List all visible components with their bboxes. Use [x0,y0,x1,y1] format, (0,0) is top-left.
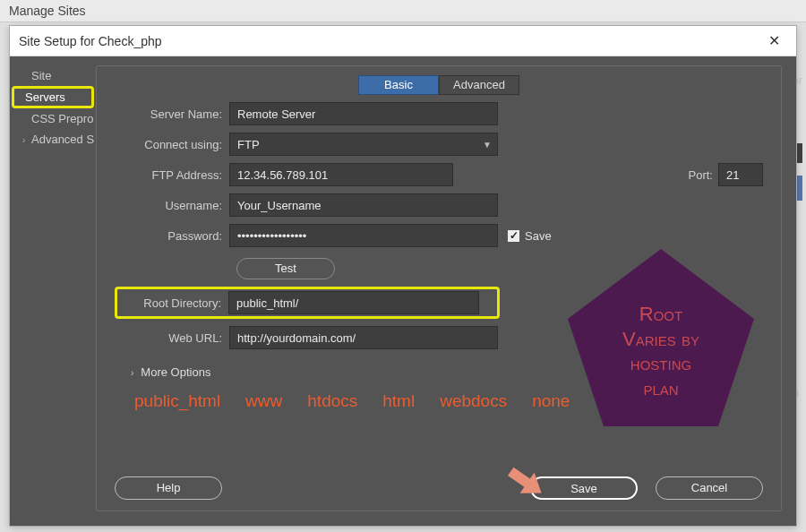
sidebar-item-css-prepro[interactable]: CSS Prepro [10,108,96,129]
modal-body: Site Servers CSS Prepro ›Advanced S Basi… [10,56,796,526]
connect-using-value: FTP [237,138,260,151]
server-name-label: Server Name: [115,107,229,121]
chevron-right-icon: › [131,368,133,378]
username-input[interactable] [229,193,498,217]
root-directory-input[interactable] [228,291,479,314]
connect-using-select[interactable]: FTP ▼ [229,133,498,156]
example-item: html [382,391,415,411]
sidebar-item-advanced[interactable]: ›Advanced S [10,129,96,150]
server-name-input[interactable] [229,102,498,125]
username-label: Username: [115,199,229,212]
chevron-down-icon: ▼ [483,140,492,150]
outer-window-title: Manage Sites [0,0,806,22]
password-input[interactable] [229,224,498,247]
example-item: webdocs [440,391,507,411]
tab-bar: BasicAdvanced [115,75,763,95]
example-item: public_html [134,391,220,411]
pentagon-text: Root Varies by hosting plan [562,244,759,432]
sidebar-item-servers[interactable]: Servers [12,86,94,108]
root-directory-label: Root Directory: [121,296,228,310]
modal-header: Site Setup for Check_php ✕ [10,26,796,56]
save-checkbox-label: Save [525,229,552,243]
web-url-input[interactable] [229,326,498,349]
save-password-checkbox[interactable]: ✓ Save [507,229,552,243]
arrow-annotation-icon [488,445,558,515]
password-label: Password: [115,229,229,243]
cancel-button[interactable]: Cancel [656,476,763,500]
modal-title: Site Setup for Check_php [19,34,162,48]
sidebar: Site Servers CSS Prepro ›Advanced S [10,56,96,526]
web-url-label: Web URL: [115,331,229,345]
site-setup-modal: Site Setup for Check_php ✕ Site Servers … [9,25,797,527]
connect-using-label: Connect using: [115,138,229,151]
example-item: htdocs [307,391,357,411]
dialog-button-bar: Help Save Cancel [115,476,763,500]
root-directory-highlight: Root Directory: [115,287,500,319]
close-icon[interactable]: ✕ [761,32,787,49]
port-label: Port: [689,168,713,182]
port-input[interactable] [718,163,763,186]
ftp-address-input[interactable] [229,163,453,186]
server-panel: BasicAdvanced Server Name: Connect using… [96,65,782,511]
help-button[interactable]: Help [115,476,222,500]
checkbox-checked-icon: ✓ [507,229,520,243]
pentagon-annotation: Root Varies by hosting plan [562,244,759,432]
sidebar-item-site[interactable]: Site [10,65,96,86]
test-button[interactable]: Test [236,258,335,279]
tab-advanced[interactable]: Advanced [439,75,519,95]
ftp-address-label: FTP Address: [115,168,229,182]
tab-basic[interactable]: Basic [358,75,439,95]
example-item: www [245,391,282,411]
